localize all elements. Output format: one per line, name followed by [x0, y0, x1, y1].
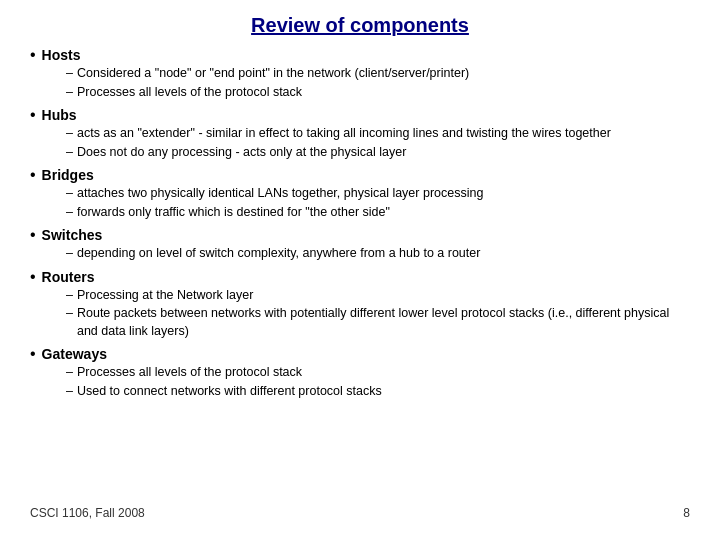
section-title-switches: Switches — [42, 227, 103, 243]
sub-item-bridges-0: –attaches two physically identical LANs … — [66, 185, 690, 203]
dash-icon: – — [66, 364, 73, 382]
dash-icon: – — [66, 204, 73, 222]
sub-text-hubs-1: Does not do any processing - acts only a… — [77, 144, 690, 162]
sub-item-hosts-1: –Processes all levels of the protocol st… — [66, 84, 690, 102]
bullet-switches: • — [30, 227, 36, 243]
sub-text-switches-0: depending on level of switch complexity,… — [77, 245, 690, 263]
dash-icon: – — [66, 144, 73, 162]
sub-text-routers-1: Route packets between networks with pote… — [77, 305, 690, 340]
slide-content: •Hosts–Considered a "node" or "end point… — [30, 47, 690, 500]
bullet-gateways: • — [30, 346, 36, 362]
bullet-bridges: • — [30, 167, 36, 183]
sub-item-bridges-1: –forwards only traffic which is destined… — [66, 204, 690, 222]
footer-course: CSCI 1106, Fall 2008 — [30, 506, 145, 520]
slide-title: Review of components — [30, 10, 690, 37]
sub-item-routers-0: –Processing at the Network layer — [66, 287, 690, 305]
dash-icon: – — [66, 245, 73, 263]
section-title-gateways: Gateways — [42, 346, 107, 362]
section-title-hubs: Hubs — [42, 107, 77, 123]
dash-icon: – — [66, 84, 73, 102]
bullet-routers: • — [30, 269, 36, 285]
section-title-bridges: Bridges — [42, 167, 94, 183]
sub-item-routers-1: –Route packets between networks with pot… — [66, 305, 690, 340]
dash-icon: – — [66, 65, 73, 83]
sub-text-gateways-1: Used to connect networks with different … — [77, 383, 690, 401]
sub-item-hosts-0: –Considered a "node" or "end point" in t… — [66, 65, 690, 83]
sub-item-hubs-0: –acts as an "extender" - similar in effe… — [66, 125, 690, 143]
sub-text-hosts-0: Considered a "node" or "end point" in th… — [77, 65, 690, 83]
footer-page: 8 — [683, 506, 690, 520]
sub-item-gateways-0: –Processes all levels of the protocol st… — [66, 364, 690, 382]
sub-item-switches-0: –depending on level of switch complexity… — [66, 245, 690, 263]
sub-text-hosts-1: Processes all levels of the protocol sta… — [77, 84, 690, 102]
sub-text-routers-0: Processing at the Network layer — [77, 287, 690, 305]
section-hubs: •Hubs–acts as an "extender" - similar in… — [30, 107, 690, 161]
dash-icon: – — [66, 383, 73, 401]
sub-item-hubs-1: –Does not do any processing - acts only … — [66, 144, 690, 162]
dash-icon: – — [66, 305, 73, 323]
slide-footer: CSCI 1106, Fall 2008 8 — [30, 500, 690, 520]
bullet-hubs: • — [30, 107, 36, 123]
sub-text-bridges-1: forwards only traffic which is destined … — [77, 204, 690, 222]
section-bridges: •Bridges–attaches two physically identic… — [30, 167, 690, 221]
dash-icon: – — [66, 125, 73, 143]
dash-icon: – — [66, 185, 73, 203]
dash-icon: – — [66, 287, 73, 305]
slide-page: Review of components •Hosts–Considered a… — [0, 0, 720, 540]
section-routers: •Routers–Processing at the Network layer… — [30, 269, 690, 341]
section-title-hosts: Hosts — [42, 47, 81, 63]
sub-text-bridges-0: attaches two physically identical LANs t… — [77, 185, 690, 203]
sub-item-gateways-1: –Used to connect networks with different… — [66, 383, 690, 401]
section-gateways: •Gateways–Processes all levels of the pr… — [30, 346, 690, 400]
sub-text-hubs-0: acts as an "extender" - similar in effec… — [77, 125, 690, 143]
section-hosts: •Hosts–Considered a "node" or "end point… — [30, 47, 690, 101]
bullet-hosts: • — [30, 47, 36, 63]
section-switches: •Switches–depending on level of switch c… — [30, 227, 690, 263]
section-title-routers: Routers — [42, 269, 95, 285]
sub-text-gateways-0: Processes all levels of the protocol sta… — [77, 364, 690, 382]
